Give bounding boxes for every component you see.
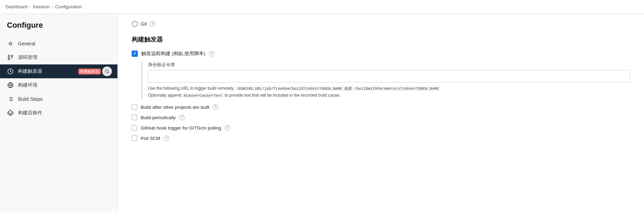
main-content: Git ? 构建触发器 触发远程构建 (例如,使用脚本) ? 身份验证令牌 Us… <box>118 14 644 212</box>
sidebar-label-post-build: 构建后操作 <box>18 110 42 116</box>
search-button[interactable] <box>102 67 112 76</box>
cube-icon <box>7 109 14 116</box>
sidebar-item-build-triggers[interactable]: 构建触发器 构建触发器 <box>0 64 117 78</box>
git-help-icon[interactable]: ? <box>150 21 155 27</box>
trigger-info-text: Use the following URL to trigger build r… <box>148 85 630 99</box>
main-layout: Configure ⚙ General 源码管理 <box>0 14 644 212</box>
sidebar-item-build-env[interactable]: 构建环境 <box>0 78 117 92</box>
info-line3: to provide text that will be included in… <box>225 93 341 98</box>
source-branch-icon <box>7 54 14 61</box>
poll-scm-help-icon[interactable]: ? <box>164 135 169 141</box>
sidebar-label-general: General <box>18 41 35 46</box>
build-periodically-label: Build periodically <box>141 115 176 120</box>
sidebar-item-source-code[interactable]: 源码管理 <box>0 51 117 64</box>
github-hook-checkbox[interactable] <box>132 125 137 131</box>
build-after-other-item: Build after other projects are built ? <box>132 104 630 110</box>
svg-point-2 <box>8 58 10 60</box>
info-line1: Use the following URL to trigger build r… <box>148 86 235 91</box>
breadcrumb-dashboard[interactable]: Dashboard <box>6 4 28 9</box>
remote-trigger-item: 触发远程构建 (例如,使用脚本) ? <box>132 51 630 57</box>
sidebar-label-build-env: 构建环境 <box>18 82 37 88</box>
remote-trigger-checkbox[interactable] <box>132 51 138 57</box>
git-radio[interactable] <box>132 21 138 27</box>
svg-line-5 <box>108 72 109 73</box>
auth-token-label: 身份验证令牌 <box>148 62 630 68</box>
svg-point-0 <box>8 55 10 57</box>
gear-icon: ⚙ <box>7 40 14 47</box>
git-label: Git <box>141 21 147 27</box>
svg-point-4 <box>105 70 108 72</box>
svg-point-1 <box>11 55 13 57</box>
clock-icon <box>7 68 14 75</box>
remote-trigger-help-icon[interactable]: ? <box>209 51 214 56</box>
sidebar: Configure ⚙ General 源码管理 <box>0 14 118 212</box>
build-after-other-label: Build after other projects are built <box>141 105 209 110</box>
auth-token-input[interactable] <box>148 70 630 82</box>
build-periodically-help-icon[interactable]: ? <box>179 115 185 120</box>
sidebar-item-general[interactable]: ⚙ General <box>0 37 117 51</box>
sidebar-title: Configure <box>0 21 117 37</box>
build-after-other-checkbox[interactable] <box>132 104 137 110</box>
breadcrumb-sep-2: › <box>52 5 53 9</box>
poll-scm-checkbox[interactable] <box>132 135 137 141</box>
breadcrumb-sep-1: › <box>30 5 31 9</box>
build-triggers-title: 构建触发器 <box>132 35 630 44</box>
breadcrumb-current: Configuration <box>55 4 82 9</box>
sidebar-item-build-steps[interactable]: Build Steps <box>0 92 117 106</box>
globe-icon <box>7 82 14 89</box>
info-url: JENKINS_URL/job/freedom/build?token=TOKE… <box>236 86 440 91</box>
github-hook-help-icon[interactable]: ? <box>225 125 230 131</box>
github-hook-label: GitHub hook trigger for GITScm polling <box>141 125 221 131</box>
highlight-badge: 构建触发器 <box>78 69 101 74</box>
search-overlay: 构建触发器 <box>78 67 112 76</box>
build-after-other-help-icon[interactable]: ? <box>213 104 218 110</box>
info-code: &cause=Cause+Text <box>183 93 223 98</box>
breadcrumb: Dashboard › freedom › Configuration <box>6 4 82 9</box>
list-icon <box>7 96 14 103</box>
sidebar-label-build-steps: Build Steps <box>18 96 43 102</box>
auth-token-section: 身份验证令牌 Use the following URL to trigger … <box>141 62 630 99</box>
poll-scm-item: Poll SCM ? <box>132 135 630 141</box>
poll-scm-label: Poll SCM <box>141 136 160 141</box>
sidebar-item-post-build[interactable]: 构建后操作 <box>0 106 117 120</box>
top-bar: Dashboard › freedom › Configuration <box>0 0 644 14</box>
sidebar-label-source-code: 源码管理 <box>18 54 37 61</box>
build-periodically-item: Build periodically ? <box>132 115 630 120</box>
sidebar-label-build-triggers: 构建触发器 <box>18 68 42 74</box>
info-line2: Optionally append <box>148 93 182 98</box>
github-hook-item: GitHub hook trigger for GITScm polling ? <box>132 125 630 131</box>
remote-trigger-label: 触发远程构建 (例如,使用脚本) <box>141 51 205 57</box>
build-periodically-checkbox[interactable] <box>132 115 137 120</box>
breadcrumb-project[interactable]: freedom <box>33 4 50 9</box>
git-option: Git ? <box>132 21 630 27</box>
